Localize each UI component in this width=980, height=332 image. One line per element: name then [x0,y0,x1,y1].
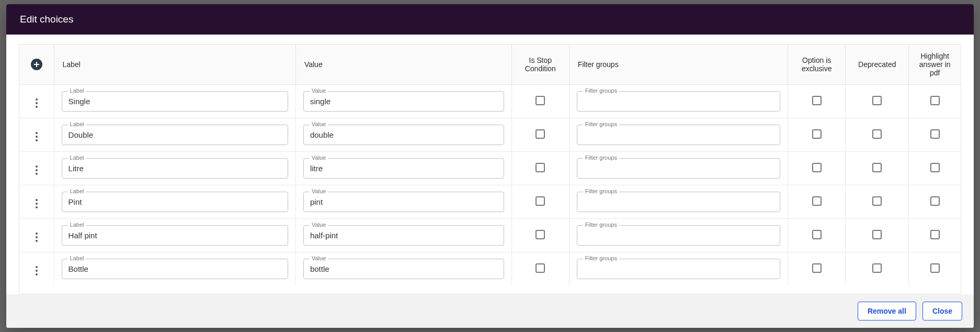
exclusive-checkbox[interactable] [812,129,822,139]
value-legend: Value [310,87,328,94]
filter-groups-input[interactable] [577,125,780,145]
column-add [19,45,54,85]
remove-all-button[interactable]: Remove all [858,302,916,320]
deprecated-checkbox[interactable] [872,96,882,105]
exclusive-checkbox[interactable] [812,263,822,273]
label-field-wrap: Label [62,91,288,112]
value-legend: Value [310,255,328,261]
row-menu-button[interactable] [33,197,40,211]
value-input[interactable] [303,225,504,246]
dialog-footer: Remove all Close [6,294,974,328]
filter-groups-legend: Filter groups [583,121,619,127]
value-input[interactable] [303,192,504,212]
exclusive-checkbox[interactable] [812,163,822,172]
is-stop-checkbox[interactable] [535,163,545,172]
column-filter-groups: Filter groups [569,45,788,85]
table-row: LabelValueFilter groups [19,219,961,252]
table-row: LabelValueFilter groups [19,185,961,219]
column-value: Value [295,45,511,85]
is-stop-checkbox[interactable] [535,230,545,239]
label-legend: Label [68,154,86,161]
label-field-wrap: Label [62,259,288,279]
filter-groups-field-wrap: Filter groups [577,259,780,279]
exclusive-checkbox[interactable] [812,96,822,105]
label-input[interactable] [62,125,288,145]
highlight-checkbox[interactable] [930,263,940,273]
close-button[interactable]: Close [922,302,962,320]
add-row-button[interactable] [31,59,42,70]
is-stop-checkbox[interactable] [535,129,545,139]
value-field-wrap: Value [303,225,504,246]
deprecated-checkbox[interactable] [872,263,882,273]
value-legend: Value [310,188,328,194]
highlight-checkbox[interactable] [930,196,940,206]
value-input[interactable] [303,158,504,179]
label-legend: Label [68,87,86,94]
label-legend: Label [68,188,86,194]
exclusive-checkbox[interactable] [812,196,822,206]
label-field-wrap: Label [62,225,288,246]
column-highlight: Highlight answer in pdf [909,45,961,85]
label-legend: Label [68,222,86,228]
label-input[interactable] [62,158,288,179]
table-header-row: Label Value Is Stop Condition Filter gro… [19,45,961,85]
row-menu-button[interactable] [33,96,40,110]
filter-groups-field-wrap: Filter groups [577,192,780,212]
dialog-body: Label Value Is Stop Condition Filter gro… [6,35,974,294]
deprecated-checkbox[interactable] [872,129,882,139]
label-input[interactable] [62,91,288,112]
row-menu-button[interactable] [33,264,40,278]
choices-table-scroll[interactable]: Label Value Is Stop Condition Filter gro… [19,44,961,294]
filter-groups-legend: Filter groups [583,87,619,94]
filter-groups-input[interactable] [577,192,780,212]
exclusive-checkbox[interactable] [812,230,822,239]
edit-choices-dialog: Edit choices [6,4,974,328]
value-field-wrap: Value [303,91,504,112]
value-field-wrap: Value [303,125,504,145]
deprecated-checkbox[interactable] [872,163,882,172]
highlight-checkbox[interactable] [930,96,940,105]
filter-groups-legend: Filter groups [583,154,619,161]
value-input[interactable] [303,125,504,145]
label-input[interactable] [62,192,288,212]
filter-groups-field-wrap: Filter groups [577,158,780,179]
label-field-wrap: Label [62,125,288,145]
filter-groups-input[interactable] [577,91,780,112]
label-field-wrap: Label [62,192,288,212]
label-field-wrap: Label [62,158,288,179]
label-legend: Label [68,121,86,127]
row-menu-button[interactable] [33,130,40,143]
label-input[interactable] [62,225,288,246]
deprecated-checkbox[interactable] [872,230,882,239]
label-legend: Label [68,255,86,261]
label-input[interactable] [62,259,288,279]
filter-groups-legend: Filter groups [583,188,619,194]
value-legend: Value [310,222,328,228]
plus-icon [33,61,40,68]
highlight-checkbox[interactable] [930,230,940,239]
filter-groups-input[interactable] [577,225,780,246]
value-field-wrap: Value [303,192,504,212]
row-menu-button[interactable] [33,230,40,244]
highlight-checkbox[interactable] [930,163,940,172]
row-menu-button[interactable] [33,163,40,177]
is-stop-checkbox[interactable] [535,263,545,273]
is-stop-checkbox[interactable] [535,196,545,206]
is-stop-checkbox[interactable] [535,96,545,105]
filter-groups-input[interactable] [577,259,780,279]
filter-groups-legend: Filter groups [583,222,619,228]
value-input[interactable] [303,259,504,279]
column-is-stop: Is Stop Condition [511,45,569,85]
value-input[interactable] [303,91,504,112]
column-deprecated: Deprecated [846,45,909,85]
table-row: LabelValueFilter groups [19,152,961,185]
filter-groups-field-wrap: Filter groups [577,125,780,145]
table-row: LabelValueFilter groups [19,118,961,152]
highlight-checkbox[interactable] [930,129,940,139]
filter-groups-input[interactable] [577,158,780,179]
deprecated-checkbox[interactable] [872,196,882,206]
column-label: Label [54,45,295,85]
filter-groups-field-wrap: Filter groups [577,225,780,246]
value-field-wrap: Value [303,259,504,279]
dialog-title: Edit choices [6,4,974,35]
